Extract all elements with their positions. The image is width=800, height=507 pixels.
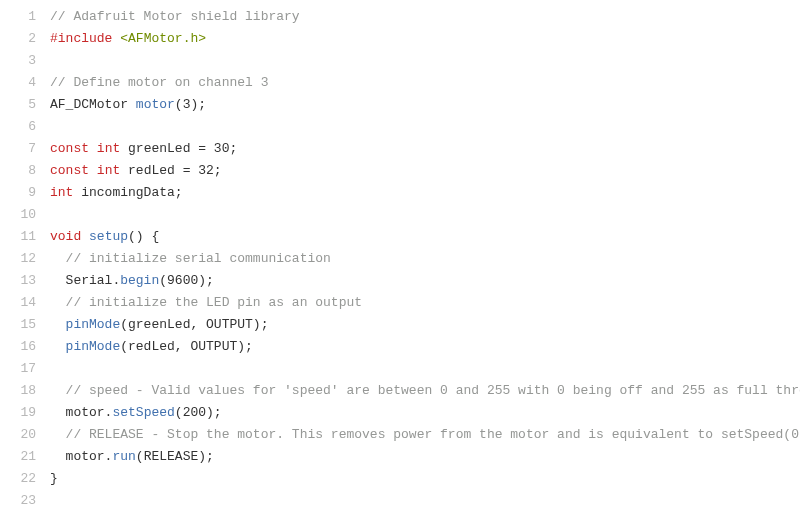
line-number: 8 [0, 160, 36, 182]
code-token: AF_DCMotor [50, 97, 136, 112]
code-token: // RELEASE - Stop the motor. This remove… [66, 427, 800, 442]
code-line: motor.setSpeed(200); [50, 402, 800, 424]
line-number: 2 [0, 28, 36, 50]
code-token: ( [175, 405, 183, 420]
line-number: 17 [0, 358, 36, 380]
code-line: const int redLed = 32; [50, 160, 800, 182]
code-line: // RELEASE - Stop the motor. This remove… [50, 424, 800, 446]
code-line: AF_DCMotor motor(3); [50, 94, 800, 116]
line-number-gutter: 1234567891011121314151617181920212223 [0, 6, 50, 507]
code-token: setSpeed [112, 405, 174, 420]
code-line: // initialize serial communication [50, 248, 800, 270]
code-token: const [50, 163, 89, 178]
code-token: } [50, 471, 58, 486]
code-token: (RELEASE); [136, 449, 214, 464]
code-token: ); [190, 97, 206, 112]
code-token [50, 427, 66, 442]
code-block: 1234567891011121314151617181920212223 //… [0, 0, 800, 507]
code-token [50, 317, 66, 332]
code-token: const [50, 141, 89, 156]
line-number: 20 [0, 424, 36, 446]
code-token: (redLed, OUTPUT); [120, 339, 253, 354]
code-token: <AFMotor.h> [120, 31, 206, 46]
code-token: motor [136, 97, 175, 112]
code-line: // Define motor on channel 3 [50, 72, 800, 94]
code-token: // initialize serial communication [66, 251, 331, 266]
code-token: incomingData; [73, 185, 182, 200]
line-number: 13 [0, 270, 36, 292]
code-line: // initialize the LED pin as an output [50, 292, 800, 314]
code-line [50, 204, 800, 226]
code-token: // Define motor on channel 3 [50, 75, 268, 90]
line-number: 1 [0, 6, 36, 28]
code-token: pinMode [66, 339, 121, 354]
line-number: 23 [0, 490, 36, 507]
code-token: redLed = [120, 163, 198, 178]
code-token [50, 383, 66, 398]
code-token: ( [175, 97, 183, 112]
code-token: (greenLed, OUTPUT); [120, 317, 268, 332]
code-token: motor. [50, 405, 112, 420]
code-token: Serial. [50, 273, 120, 288]
line-number: 11 [0, 226, 36, 248]
code-token: ; [214, 163, 222, 178]
code-token: int [97, 141, 120, 156]
code-token: 30 [214, 141, 230, 156]
line-number: 7 [0, 138, 36, 160]
code-line: // speed - Valid values for 'speed' are … [50, 380, 800, 402]
line-number: 12 [0, 248, 36, 270]
line-number: 5 [0, 94, 36, 116]
code-token [50, 251, 66, 266]
line-number: 3 [0, 50, 36, 72]
code-line: void setup() { [50, 226, 800, 248]
code-token: setup [89, 229, 128, 244]
line-number: 14 [0, 292, 36, 314]
line-number: 10 [0, 204, 36, 226]
line-number: 22 [0, 468, 36, 490]
line-number: 4 [0, 72, 36, 94]
line-number: 9 [0, 182, 36, 204]
code-line [50, 116, 800, 138]
code-token [50, 339, 66, 354]
code-area: // Adafruit Motor shield library#include… [50, 6, 800, 507]
code-line: #include <AFMotor.h> [50, 28, 800, 50]
code-token: ); [198, 273, 214, 288]
code-line: pinMode(greenLed, OUTPUT); [50, 314, 800, 336]
code-line: int incomingData; [50, 182, 800, 204]
code-token: begin [120, 273, 159, 288]
code-token: () { [128, 229, 159, 244]
code-token: 32 [198, 163, 214, 178]
code-token: pinMode [66, 317, 121, 332]
code-line: pinMode(redLed, OUTPUT); [50, 336, 800, 358]
code-line [50, 490, 800, 507]
code-token: // initialize the LED pin as an output [66, 295, 362, 310]
code-token: 200 [183, 405, 206, 420]
code-line: const int greenLed = 30; [50, 138, 800, 160]
code-token: // Adafruit Motor shield library [50, 9, 300, 24]
code-token: int [97, 163, 120, 178]
code-token: 9600 [167, 273, 198, 288]
code-token: #include [50, 31, 112, 46]
code-token: greenLed = [120, 141, 214, 156]
line-number: 19 [0, 402, 36, 424]
line-number: 15 [0, 314, 36, 336]
code-token [89, 141, 97, 156]
code-line [50, 358, 800, 380]
code-line: motor.run(RELEASE); [50, 446, 800, 468]
code-token [81, 229, 89, 244]
code-token: ); [206, 405, 222, 420]
code-token [50, 295, 66, 310]
line-number: 16 [0, 336, 36, 358]
code-token: run [112, 449, 135, 464]
code-token: int [50, 185, 73, 200]
line-number: 21 [0, 446, 36, 468]
code-token: ( [159, 273, 167, 288]
code-line: } [50, 468, 800, 490]
line-number: 18 [0, 380, 36, 402]
code-token: // speed - Valid values for 'speed' are … [66, 383, 800, 398]
code-token: motor. [50, 449, 112, 464]
code-token: ; [229, 141, 237, 156]
code-token: void [50, 229, 81, 244]
code-line: // Adafruit Motor shield library [50, 6, 800, 28]
code-line: Serial.begin(9600); [50, 270, 800, 292]
